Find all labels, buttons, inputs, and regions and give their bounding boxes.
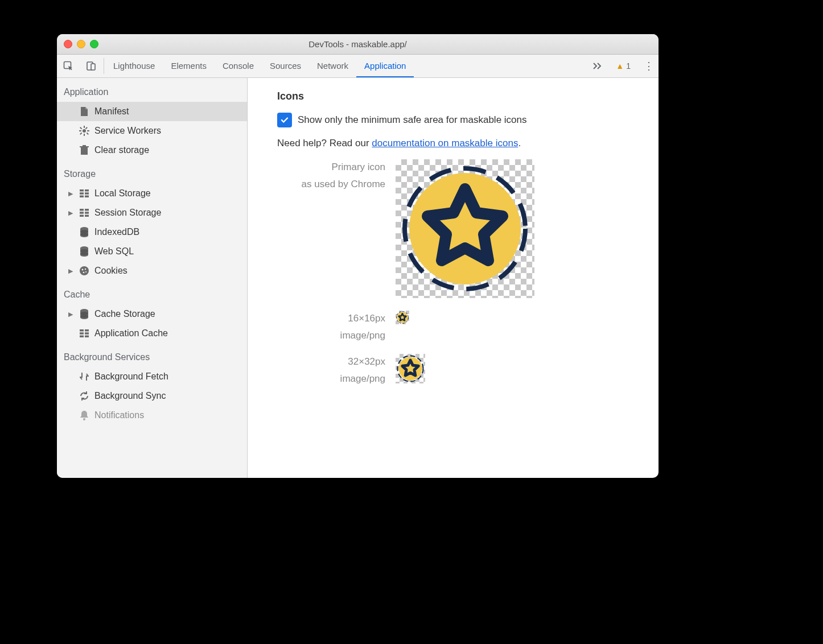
database-icon [79,227,90,237]
documentation-link[interactable]: documentation on maskable icons [372,138,518,148]
tab-elements[interactable]: Elements [163,55,215,77]
window-title: DevTools - maskable.app/ [57,39,659,49]
sidebar-item-cache-storage[interactable]: ▶ Cache Storage [57,304,247,324]
svg-rect-14 [83,145,86,146]
svg-rect-7 [87,130,89,131]
svg-rect-11 [80,133,82,135]
svg-rect-45 [80,336,84,338]
svg-rect-22 [85,209,89,211]
manifest-panel: Icons Show only the minimum safe area fo… [248,78,659,478]
svg-rect-42 [85,329,89,332]
expand-arrow-icon: ▶ [67,190,74,197]
icon-size-label: 32×32px [277,356,385,368]
warnings-badge[interactable]: ▲ 1 [610,61,636,71]
sidebar-item-label: Session Storage [94,208,161,218]
file-icon [79,106,90,117]
sidebar-item-label: Notifications [94,410,144,420]
cookie-icon [79,266,90,276]
grid-icon [79,329,90,337]
panel-tabs: Lighthouse Elements Console Sources Netw… [105,55,414,77]
sidebar-item-label: Cache Storage [94,309,155,319]
svg-rect-25 [80,215,84,217]
icon-mime-label: image/png [277,373,385,385]
sidebar-item-notifications[interactable]: ▸ Notifications [57,406,247,425]
safe-area-checkbox-label: Show only the minimum safe area for mask… [298,114,527,126]
devtools-toolbar: Lighthouse Elements Console Sources Netw… [57,55,659,78]
sidebar-item-label: Service Workers [94,126,161,136]
gear-icon [79,126,90,136]
sync-icon [79,391,90,401]
tab-application[interactable]: Application [356,55,414,77]
svg-rect-23 [80,212,84,214]
svg-rect-21 [80,209,84,211]
svg-point-37 [85,271,87,273]
sidebar-group-storage: Storage [57,160,247,184]
sidebar-group-application: Application [57,78,247,102]
svg-rect-26 [85,215,89,217]
tab-lighthouse[interactable]: Lighthouse [105,55,163,77]
expand-arrow-icon: ▶ [67,209,74,217]
primary-icon-preview [396,159,534,298]
svg-rect-12 [81,147,88,155]
sidebar-item-websql[interactable]: ▸ Web SQL [57,242,247,261]
sidebar-item-label: Web SQL [94,246,134,257]
sidebar-item-service-workers[interactable]: ▸ Service Workers [57,121,247,141]
svg-rect-9 [87,133,89,135]
expand-arrow-icon: ▶ [67,311,74,318]
icons-heading: Icons [277,90,659,102]
svg-point-35 [85,269,86,270]
icon-preview-16 [396,311,409,324]
settings-menu-button[interactable]: ⋮ [639,61,659,71]
warning-count: 1 [626,61,631,71]
tab-console[interactable]: Console [215,55,262,77]
device-toolbar-button[interactable] [80,55,102,77]
svg-rect-24 [85,212,89,214]
sidebar-item-background-sync[interactable]: ▸ Background Sync [57,386,247,406]
warning-icon: ▲ [616,61,624,71]
trash-icon [79,145,90,155]
inspect-element-button[interactable] [57,55,80,77]
sidebar-item-label: Background Fetch [94,371,168,382]
sidebar-item-application-cache[interactable]: ▸ Application Cache [57,324,247,343]
svg-rect-46 [85,336,89,338]
icon-row-32: 32×32px image/png [277,354,659,385]
sidebar-item-clear-storage[interactable]: ▸ Clear storage [57,141,247,160]
tab-network[interactable]: Network [309,55,356,77]
grid-icon [79,189,90,197]
sidebar-item-label: IndexedDB [94,227,139,237]
svg-point-47 [83,418,85,420]
grid-icon [79,209,90,217]
tab-sources[interactable]: Sources [262,55,309,77]
bell-icon [79,410,90,420]
help-text: Need help? Read our documentation on mas… [277,138,659,149]
check-icon [281,116,289,124]
svg-rect-16 [85,189,89,192]
application-sidebar: Application ▸ Manifest ▸ Service Workers… [57,78,248,478]
svg-point-32 [80,252,88,255]
expand-arrow-icon: ▶ [67,267,74,275]
sidebar-item-manifest[interactable]: ▸ Manifest [57,102,247,121]
svg-rect-10 [85,127,88,129]
svg-rect-13 [80,146,89,147]
svg-point-29 [80,233,88,236]
icon-row-16: 16×16px image/png [277,311,659,341]
sidebar-item-session-storage[interactable]: ▶ Session Storage [57,203,247,222]
svg-point-36 [83,272,85,274]
titlebar: DevTools - maskable.app/ [57,34,659,55]
safe-area-checkbox[interactable] [277,113,292,127]
svg-rect-6 [79,130,81,131]
fetch-icon [79,371,90,382]
sidebar-item-label: Background Sync [94,391,166,401]
sidebar-item-indexeddb[interactable]: ▸ IndexedDB [57,222,247,242]
sidebar-item-label: Clear storage [94,145,149,155]
svg-rect-41 [80,329,84,332]
sidebar-item-background-fetch[interactable]: ▸ Background Fetch [57,367,247,386]
sidebar-item-cookies[interactable]: ▶ Cookies [57,261,247,280]
database-icon [79,309,90,319]
devtools-window: DevTools - maskable.app/ Lighthouse Elem… [57,34,659,478]
svg-rect-4 [84,126,85,128]
toolbar-separator [104,58,104,74]
sidebar-item-local-storage[interactable]: ▶ Local Storage [57,184,247,203]
svg-rect-17 [80,192,84,195]
more-tabs-button[interactable] [588,62,607,70]
